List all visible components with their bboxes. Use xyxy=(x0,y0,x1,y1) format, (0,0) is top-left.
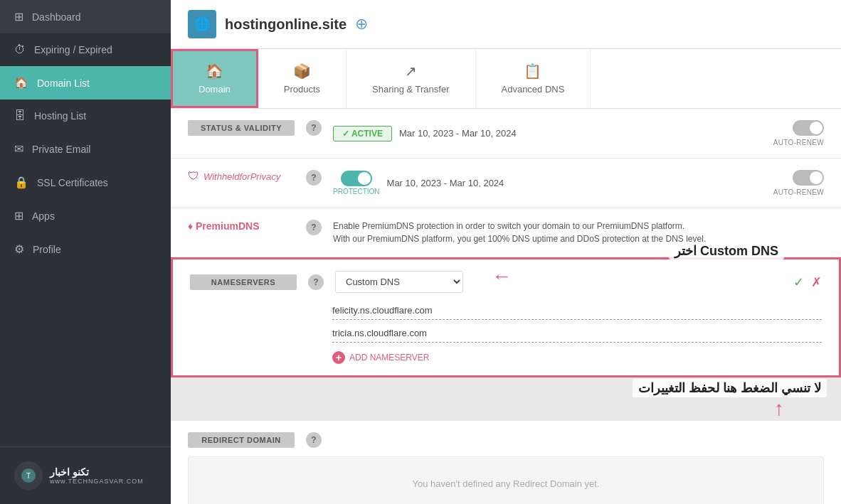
sharing-tab-icon: ↗ xyxy=(405,63,417,80)
privacy-toggle[interactable] xyxy=(341,171,372,186)
custom-dns-annotation-text: اختر Custom DNS xyxy=(669,242,784,259)
privacy-auto-renew-toggle[interactable] xyxy=(793,170,824,186)
sidebar-item-profile[interactable]: ⚙ Profile xyxy=(0,232,171,266)
privacy-row: 🛡 WithheldforPrivacy ? PROTECTION Mar 10… xyxy=(171,159,841,208)
custom-dns-arabic-annotation: اختر Custom DNS xyxy=(669,243,784,259)
privacy-auto-renew: AUTO-RENEW xyxy=(773,170,824,196)
sidebar-item-label: SSL Certificates xyxy=(37,177,108,188)
privacy-content: PROTECTION Mar 10, 2023 - Mar 10, 2024 A… xyxy=(333,170,824,196)
status-help-icon[interactable]: ? xyxy=(306,120,322,136)
sidebar-item-dashboard[interactable]: ⊞ Dashboard xyxy=(0,0,171,33)
sidebar-item-label: Domain List xyxy=(37,77,90,89)
nameserver-1-input[interactable] xyxy=(332,301,822,320)
save-annotation-group: لا تنسي الضغط هنا لحفظ التغييرات ↑ xyxy=(633,379,827,420)
privacy-auto-renew-label: AUTO-RENEW xyxy=(773,188,824,196)
logo-text-group: تكنو اخبار www.TECHNGASVAR.COM xyxy=(50,466,144,485)
ssl-icon: 🔒 xyxy=(14,176,28,189)
redirect-top: REDIRECT DOMAIN ? xyxy=(188,432,824,448)
redirect-help-icon[interactable]: ? xyxy=(306,432,322,448)
save-annotation-text: لا تنسي الضغط هنا لحفظ التغييرات xyxy=(633,379,827,397)
protection-label: PROTECTION xyxy=(333,188,380,195)
nameservers-wrapper: NAMESERVERS ? Custom DNS ← ✓ ✗ xyxy=(171,257,841,378)
redirect-label: REDIRECT DOMAIN xyxy=(188,432,295,448)
sidebar-item-label: Dashboard xyxy=(32,11,81,23)
domain-header: 🌐 hostingonline.site ⊕ xyxy=(171,0,841,49)
privacy-label: WithheldforPrivacy xyxy=(203,171,280,182)
save-check-icon[interactable]: ✓ xyxy=(793,274,804,290)
private-email-icon: ✉ xyxy=(14,142,23,156)
sidebar-item-hosting-list[interactable]: 🗄 Hosting List xyxy=(0,100,171,132)
dns-action-icons: ✓ ✗ xyxy=(793,274,822,290)
nameservers-label: NAMESERVERS xyxy=(190,274,297,290)
profile-gear-icon: ⚙ xyxy=(14,242,24,256)
sidebar-item-label: Expiring / Expired xyxy=(34,44,112,55)
status-row: STATUS & VALIDITY ? ✓ ACTIVE Mar 10, 202… xyxy=(171,109,841,159)
tab-domain[interactable]: 🏠 Domain xyxy=(171,49,258,108)
domain-tab-icon: 🏠 xyxy=(206,63,223,80)
redirect-section: REDIRECT DOMAIN ? You haven't defined an… xyxy=(171,421,841,504)
main-content: 🌐 hostingonline.site ⊕ 🏠 Domain 📦 Produc… xyxy=(171,0,841,504)
premium-dns-help-icon[interactable]: ? xyxy=(306,220,322,235)
hosting-list-icon: 🗄 xyxy=(14,109,26,122)
tab-products-label: Products xyxy=(284,84,320,95)
expiring-icon: ⏱ xyxy=(14,43,26,56)
apps-icon: ⊞ xyxy=(14,209,23,222)
sidebar-item-label: Profile xyxy=(33,244,61,255)
logo-sub: www.TECHNGASVAR.COM xyxy=(50,478,144,485)
nameservers-top: NAMESERVERS ? Custom DNS ← ✓ ✗ xyxy=(190,271,822,293)
logo-icon: T xyxy=(14,461,43,490)
domain-name: hostingonline.site xyxy=(225,16,347,33)
add-ns-plus-icon: + xyxy=(332,351,345,364)
save-arrow-icon: ↑ xyxy=(774,397,784,420)
nameservers-help-icon[interactable]: ? xyxy=(308,274,324,290)
privacy-date-range: Mar 10, 2023 - Mar 10, 2024 xyxy=(387,178,504,188)
arrow-annotation: ← xyxy=(492,265,512,288)
custom-dns-select[interactable]: Custom DNS xyxy=(335,271,463,293)
advanced-dns-tab-icon: 📋 xyxy=(524,63,541,80)
sidebar-item-ssl[interactable]: 🔒 SSL Certificates xyxy=(0,166,171,199)
products-tab-icon: 📦 xyxy=(293,63,311,80)
status-date-range: Mar 10, 2023 - Mar 10, 2024 xyxy=(399,128,517,139)
status-badge: ✓ ACTIVE xyxy=(333,126,392,141)
redirect-empty: You haven't defined any Redirect Domain … xyxy=(188,456,824,504)
logo-name: تكنو اخبار xyxy=(50,466,144,478)
tab-sharing-label: Sharing & Transfer xyxy=(372,84,449,95)
sidebar-item-private-email[interactable]: ✉ Private Email xyxy=(0,132,171,166)
nameserver-inputs: + ADD NAMESERVER xyxy=(332,301,822,364)
privacy-help-icon[interactable]: ? xyxy=(306,170,322,186)
dashboard-icon: ⊞ xyxy=(14,10,23,23)
premium-dns-content: Enable PremiumDNS protection in order to… xyxy=(333,220,824,245)
sidebar-item-label: Private Email xyxy=(32,144,90,155)
sidebar-item-expiring[interactable]: ⏱ Expiring / Expired xyxy=(0,33,171,66)
custom-dns-container: Custom DNS ← ✓ ✗ xyxy=(335,271,822,293)
status-toggle[interactable] xyxy=(793,120,824,136)
domain-list-icon: 🏠 xyxy=(14,76,28,90)
pink-arrow-left-icon: ← xyxy=(492,265,512,288)
add-nameserver-button[interactable]: + ADD NAMESERVER xyxy=(332,351,822,364)
sidebar-item-apps[interactable]: ⊞ Apps xyxy=(0,199,171,232)
sidebar-item-label: Apps xyxy=(32,210,55,222)
nameservers-section: NAMESERVERS ? Custom DNS ← ✓ ✗ xyxy=(171,257,841,377)
tab-domain-label: Domain xyxy=(199,84,231,95)
cancel-x-icon[interactable]: ✗ xyxy=(811,274,822,290)
premium-dns-label: ♦ PremiumDNS xyxy=(188,220,260,232)
sidebar: ⊞ Dashboard ⏱ Expiring / Expired 🏠 Domai… xyxy=(0,0,171,504)
active-badge-text: ✓ ACTIVE xyxy=(342,129,383,139)
svg-text:T: T xyxy=(26,472,31,480)
premium-dns-desc: Enable PremiumDNS protection in order to… xyxy=(333,220,824,245)
sidebar-item-label: Hosting List xyxy=(34,110,86,122)
tab-advanced-dns-label: Advanced DNS xyxy=(502,84,565,95)
sidebar-logo: T تكنو اخبار www.TECHNGASVAR.COM xyxy=(0,446,171,504)
status-auto-renew-label: AUTO-RENEW xyxy=(773,139,824,146)
sidebar-item-domain-list[interactable]: 🏠 Domain List xyxy=(0,66,171,100)
tab-sharing-transfer[interactable]: ↗ Sharing & Transfer xyxy=(347,49,475,108)
tab-products[interactable]: 📦 Products xyxy=(258,49,347,108)
status-auto-renew: AUTO-RENEW xyxy=(773,120,824,146)
privacy-shield-icon: 🛡 xyxy=(188,170,199,183)
tab-bar: 🏠 Domain 📦 Products ↗ Sharing & Transfer… xyxy=(171,49,841,109)
add-nameserver-label: ADD NAMESERVER xyxy=(349,353,429,363)
domain-tag-icon[interactable]: ⊕ xyxy=(355,15,368,33)
tab-advanced-dns[interactable]: 📋 Advanced DNS xyxy=(476,49,591,108)
nameserver-2-input[interactable] xyxy=(332,324,822,343)
status-label: STATUS & VALIDITY xyxy=(188,120,295,136)
